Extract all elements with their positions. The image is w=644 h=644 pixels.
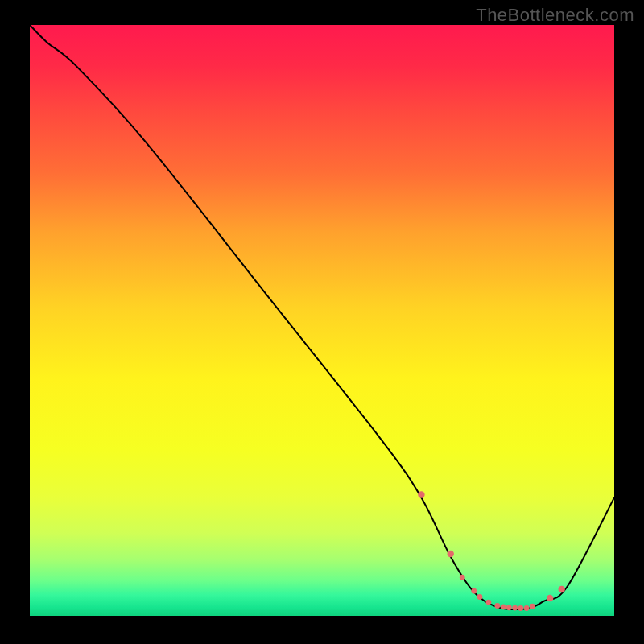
marker-dot	[506, 605, 512, 610]
chart-frame: TheBottleneck.com	[0, 0, 644, 644]
marker-dot	[512, 605, 518, 611]
watermark-text: TheBottleneck.com	[476, 5, 634, 26]
plot-svg	[30, 25, 614, 616]
marker-dot	[471, 588, 477, 594]
marker-dot	[501, 605, 506, 610]
marker-dot	[477, 594, 483, 600]
plot-background	[30, 25, 614, 616]
marker-dot	[558, 586, 564, 592]
marker-dot	[518, 605, 523, 611]
marker-dot	[418, 491, 424, 497]
marker-dot	[547, 595, 553, 601]
marker-dot	[530, 604, 535, 609]
marker-dot	[448, 551, 454, 557]
marker-dot	[524, 605, 530, 611]
marker-dot	[494, 603, 500, 609]
plot-area	[30, 25, 614, 616]
marker-dot	[460, 575, 465, 580]
marker-dot	[486, 600, 492, 605]
